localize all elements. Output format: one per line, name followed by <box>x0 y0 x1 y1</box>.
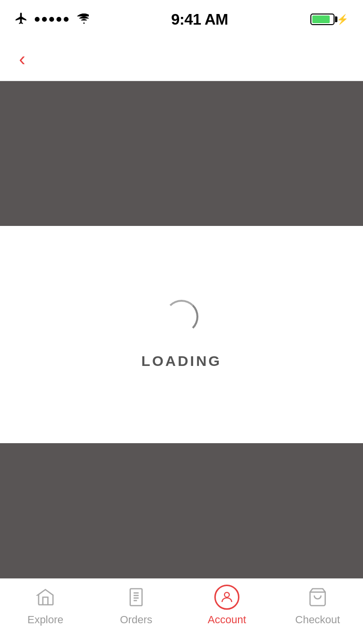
svg-point-5 <box>224 592 229 597</box>
tab-explore[interactable]: Explore <box>0 585 91 626</box>
tab-account[interactable]: Account <box>182 585 272 626</box>
signal-dot <box>49 17 54 22</box>
signal-dot <box>42 17 47 22</box>
account-icon-wrap <box>214 585 239 610</box>
loading-area: LOADING <box>0 226 363 443</box>
svg-rect-0 <box>130 589 142 606</box>
status-left <box>14 12 89 27</box>
image-placeholder-bottom <box>0 443 363 578</box>
signal-dots <box>35 17 69 22</box>
wifi-icon <box>75 13 89 26</box>
account-icon <box>214 585 239 610</box>
battery-indicator: ⚡ <box>310 14 349 25</box>
loading-text: LOADING <box>141 353 222 369</box>
nav-header: ‹ <box>0 39 363 81</box>
tab-checkout[interactable]: Checkout <box>272 585 363 626</box>
tab-account-label: Account <box>208 614 246 626</box>
status-bar: 9:41 AM ⚡ <box>0 0 363 39</box>
charging-icon: ⚡ <box>336 14 349 25</box>
tab-orders-label: Orders <box>120 614 152 626</box>
back-button[interactable]: ‹ <box>12 49 33 70</box>
image-placeholder-top <box>0 81 363 226</box>
tab-bar: Explore Orders Account <box>0 578 363 644</box>
back-chevron-icon: ‹ <box>19 49 25 69</box>
signal-dot <box>56 17 61 22</box>
battery-shell <box>310 14 335 25</box>
tab-orders[interactable]: Orders <box>91 585 182 626</box>
signal-dot <box>64 17 69 22</box>
tab-explore-label: Explore <box>28 614 64 626</box>
signal-dot <box>35 17 40 22</box>
checkout-icon <box>305 585 330 610</box>
tab-checkout-label: Checkout <box>295 614 340 626</box>
status-time: 9:41 AM <box>171 11 228 28</box>
battery-fill <box>312 15 330 23</box>
loading-spinner <box>165 300 198 334</box>
airplane-icon <box>14 12 28 27</box>
orders-icon <box>124 585 149 610</box>
home-icon <box>33 585 58 610</box>
status-right: ⚡ <box>310 14 349 25</box>
